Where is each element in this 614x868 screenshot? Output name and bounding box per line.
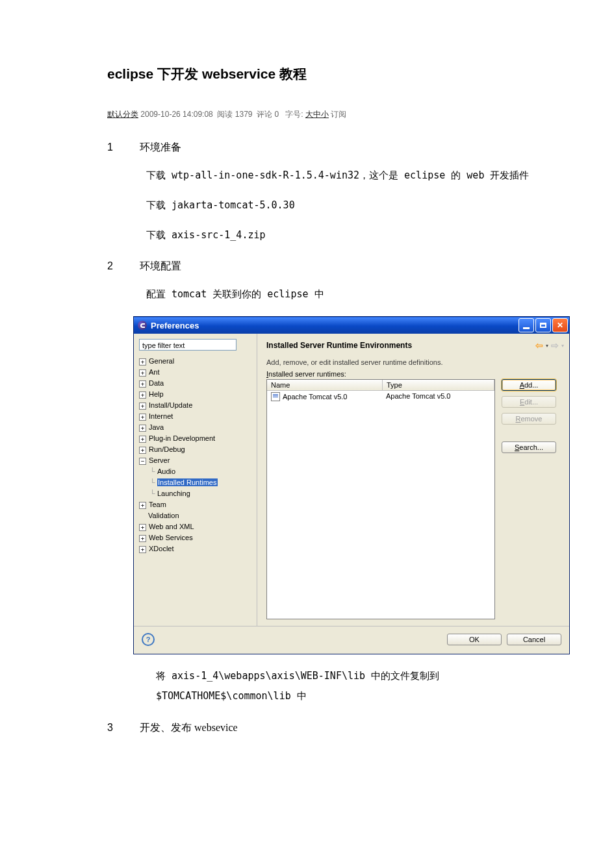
tree-server[interactable]: Server [149,456,170,464]
tree-validation[interactable]: Validation [148,512,179,519]
edit-button: Edit... [502,396,556,408]
tree-plugin[interactable]: Plug-in Development [149,434,215,442]
tree-general[interactable]: General [149,357,174,365]
section-2-number: 2 [107,260,140,272]
tree-installed-runtimes[interactable]: Installed Runtimes [157,478,218,486]
eclipse-icon [138,321,147,330]
tree-xdoclet[interactable]: XDoclet [149,545,174,552]
preferences-dialog: Preferences type filter text +General +A… [133,316,570,654]
dialog-title: Preferences [151,321,518,330]
section-2-post1: 将 axis-1_4\webapps\axis\WEB-INF\lib 中的文件… [156,669,614,684]
add-button[interactable]: Add... [502,379,556,391]
tree-launching[interactable]: Launching [157,490,190,497]
maximize-button[interactable] [535,318,551,332]
row-name: Apache Tomcat v5.0 [283,393,347,401]
section-2-post2: $TOMCATHOME$\common\lib 中 [156,689,614,704]
ok-button[interactable]: OK [447,634,502,645]
col-type[interactable]: Type [383,380,494,390]
meta-font-opts[interactable]: 大中小 [305,110,329,119]
titlebar[interactable]: Preferences [134,317,569,334]
tree-webxml[interactable]: Web and XML [149,523,194,530]
minimize-button[interactable] [518,318,534,332]
tree-team[interactable]: Team [149,501,166,508]
row-type: Apache Tomcat v5.0 [382,391,494,402]
meta-font-label: 字号: [285,110,303,119]
col-name[interactable]: Name [267,380,383,390]
nav-tree-panel: type filter text +General +Ant +Data +He… [134,334,257,626]
tree-webservices[interactable]: Web Services [149,534,193,541]
section-1-p1: 下载 wtp-all-in-one-sdk-R-1.5.4-win32，这个是 … [146,167,614,183]
search-button[interactable]: Search... [502,441,556,453]
tree-help[interactable]: Help [149,390,164,398]
cancel-button[interactable]: Cancel [507,634,561,645]
meta-reads-label: 阅读 [217,110,233,119]
filter-input[interactable]: type filter text [139,339,237,351]
tree-data[interactable]: Data [149,379,164,387]
panel-title: Installed Server Runtime Environments [266,341,412,350]
section-1-p2: 下载 jakarta-tomcat-5.0.30 [146,197,614,213]
runtimes-table[interactable]: Name Type Apache Tomcat v5.0 Apache Tomc… [266,379,495,619]
history-nav: ⇦▾ ⇨▾ [535,340,561,351]
main-panel: Installed Server Runtime Environments ⇦▾… [257,334,569,626]
tree-java[interactable]: Java [149,423,164,431]
meta-comments-label: 评论 [257,110,272,119]
section-2-p1: 配置 tomcat 关联到你的 eclipse 中 [146,286,614,302]
help-icon[interactable]: ? [142,633,155,646]
tree-install[interactable]: Install/Update [149,401,192,409]
meta-datetime: 2009-10-26 14:09:08 [140,110,212,119]
nav-tree[interactable]: +General +Ant +Data +Help +Install/Updat… [139,356,253,554]
section-1-number: 1 [107,142,140,153]
panel-desc: Add, remove, or edit installed server ru… [266,358,561,366]
table-row[interactable]: Apache Tomcat v5.0 Apache Tomcat v5.0 [267,391,494,403]
section-1-p3: 下载 axis-src-1_4.zip [146,227,614,243]
section-3-number: 3 [107,722,140,734]
meta-comments: 0 [275,110,279,119]
server-icon [271,392,280,401]
close-button[interactable] [552,318,568,332]
section-1-head: 环境准备 [140,141,181,155]
tree-audio[interactable]: Audio [157,467,175,475]
post-meta: 默认分类 2009-10-26 14:09:08 阅读 1379 评论 0 字号… [107,109,614,120]
panel-sublabel: Installed server runtimes: [266,370,561,378]
meta-reads: 1379 [235,110,253,119]
tree-internet[interactable]: Internet [149,412,173,420]
meta-subscribe[interactable]: 订阅 [331,110,346,119]
page-title: eclipse 下开发 webservice 教程 [107,65,614,83]
section-2-head: 环境配置 [140,260,181,273]
back-arrow-icon[interactable]: ⇦ [535,340,543,351]
fwd-arrow-icon[interactable]: ⇨ [551,340,559,351]
section-3-head: 开发、发布 websevice [140,721,238,735]
tree-run[interactable]: Run/Debug [149,445,185,453]
tree-ant[interactable]: Ant [149,368,160,376]
remove-button: Remove [502,413,556,425]
meta-category[interactable]: 默认分类 [107,110,138,119]
